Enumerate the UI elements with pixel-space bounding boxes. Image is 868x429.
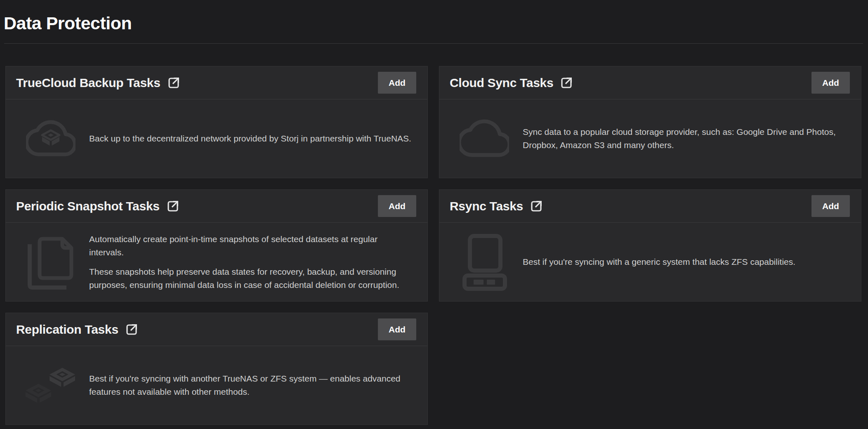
external-link-icon[interactable] [529, 199, 544, 214]
card-periodic-snapshot-tasks: Periodic Snapshot Tasks Add Automatical [5, 189, 428, 302]
card-description: Automatically create point-in-time snaps… [89, 233, 413, 292]
card-body: Automatically create point-in-time snaps… [6, 223, 427, 301]
description-paragraph: Best if you're syncing with a generic sy… [523, 255, 846, 269]
add-rsync-button[interactable]: Add [811, 195, 850, 217]
card-body: Back up to the decentralized network pro… [6, 99, 427, 178]
description-paragraph: Sync data to a popular cloud storage pro… [523, 125, 846, 152]
card-description: Best if you're syncing with another True… [89, 372, 413, 398]
card-description: Back up to the decentralized network pro… [89, 132, 413, 145]
card-title: Cloud Sync Tasks [450, 76, 553, 90]
description-paragraph: These snapshots help preserve data state… [89, 265, 413, 292]
card-header: Replication Tasks Add [6, 313, 427, 346]
replication-icon [26, 366, 76, 404]
card-title: Periodic Snapshot Tasks [16, 199, 160, 213]
description-paragraph: Best if you're syncing with another True… [89, 372, 413, 398]
card-truecloud-backup-tasks: TrueCloud Backup Tasks Add [5, 66, 428, 178]
external-link-icon[interactable] [165, 199, 180, 214]
card-body: Best if you're syncing with a generic sy… [439, 223, 861, 301]
header-divider [4, 43, 863, 44]
storj-cloud-icon [26, 118, 76, 160]
card-replication-tasks: Replication Tasks Add [5, 313, 428, 425]
card-header: TrueCloud Backup Tasks Add [6, 66, 427, 99]
computer-icon [459, 233, 509, 291]
card-header: Rsync Tasks Add [439, 190, 861, 223]
external-link-icon[interactable] [559, 75, 574, 90]
add-cloud-sync-button[interactable]: Add [811, 72, 850, 94]
cards-grid: TrueCloud Backup Tasks Add [5, 66, 861, 425]
description-paragraph: Automatically create point-in-time snaps… [89, 233, 413, 259]
cloud-icon [459, 118, 509, 160]
snapshots-icon [26, 233, 76, 290]
page-title: Data Protection [0, 0, 868, 35]
card-body: Sync data to a popular cloud storage pro… [439, 99, 861, 178]
card-body: Best if you're syncing with another True… [6, 346, 427, 424]
card-description: Sync data to a popular cloud storage pro… [523, 125, 846, 152]
card-rsync-tasks: Rsync Tasks Add Best if you' [439, 189, 861, 302]
description-paragraph: Back up to the decentralized network pro… [89, 132, 413, 145]
external-link-icon[interactable] [166, 75, 181, 90]
add-periodic-snapshot-button[interactable]: Add [378, 195, 416, 217]
external-link-icon[interactable] [124, 322, 139, 337]
card-title: Rsync Tasks [450, 199, 523, 213]
add-truecloud-backup-button[interactable]: Add [378, 72, 416, 94]
card-cloud-sync-tasks: Cloud Sync Tasks Add Sync data to a popu… [439, 66, 861, 178]
card-header: Periodic Snapshot Tasks Add [6, 190, 427, 223]
card-header: Cloud Sync Tasks Add [439, 66, 861, 99]
card-description: Best if you're syncing with a generic sy… [523, 255, 846, 269]
add-replication-button[interactable]: Add [378, 318, 416, 340]
card-title: TrueCloud Backup Tasks [16, 76, 160, 90]
card-title: Replication Tasks [16, 323, 118, 337]
